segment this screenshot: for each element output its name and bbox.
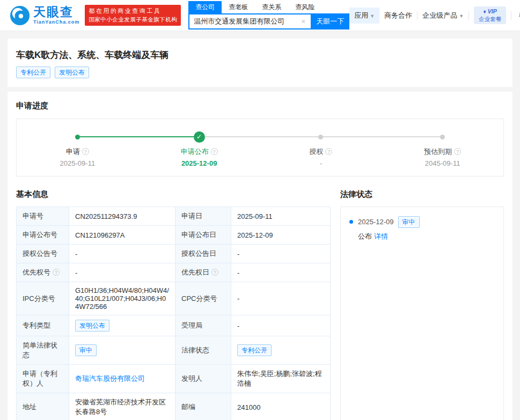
row-value: 2025-09-11 [237,212,273,220]
help-icon[interactable] [82,148,89,155]
main-content: 车载K歌方法、系统、车载终端及车辆 专利公开 发明公布 申请进度 申请 2025… [0,39,520,420]
nav-enterprise-products[interactable]: 企业级产品 [422,11,464,20]
row-value: - [75,250,77,258]
check-circle-icon [194,131,205,143]
row-label: 优先权日 [181,268,209,276]
vip-package-badge[interactable]: ♦ VIP 企业套餐 [474,6,506,24]
patent-detail-card: 申请进度 申请 2025-09-11 申请公布 2025-12-09 授权 [8,92,512,420]
notifications-bell[interactable] [517,10,520,21]
promo-banner: 都在用的商业查询工具 国家中小企业发展子基金旗下机构 [85,5,181,26]
vip-sublabel: 企业套餐 [479,16,501,22]
promo-line2: 国家中小企业发展子基金旗下机构 [89,16,177,24]
legal-status-item-tag: 审中 [398,216,420,228]
help-icon[interactable] [325,148,332,155]
step-dot-icon [318,135,323,139]
search-tab-boss[interactable]: 查老板 [222,1,255,13]
application-timeline: 申请 2025-09-11 申请公布 2025-12-09 授权 - 预估到期 … [16,119,504,176]
basic-info-section: 基本信息 申请号 CN202511294373.9 申请日 2025-09-11… [16,189,331,420]
applicant-link[interactable]: 奇瑞汽车股份有限公司 [75,374,145,382]
timeline-step-grant: 授权 - [260,131,382,167]
tag-invention-published: 发明公布 [55,67,89,78]
row-label: 申请号 [23,212,43,220]
step-date: - [260,159,382,167]
section-title-basic-info: 基本信息 [16,189,331,200]
row-value: CN121096297A [75,231,125,239]
step-label: 申请 [66,148,80,156]
top-nav: 应用 商务合作 企业级产品 ♦ VIP 企业套餐 此处有... [349,6,520,24]
row-label: 申请（专利权）人 [23,370,57,387]
row-label: 地址 [23,403,36,411]
row-label: 邮编 [181,403,195,411]
inventors-value: 朱伟华;吴臣;杨鹏;张碧波;程浩楠 [237,370,321,387]
vip-label: ♦ VIP [484,8,497,14]
search-input[interactable] [188,13,311,30]
timeline-step-expiry: 预估到期 2045-09-11 [382,131,503,167]
table-row: 简单法律状态 审中 法律状态 专利公开 [17,336,331,365]
step-label: 授权 [309,148,323,156]
patent-type-tag: 发明公布 [75,320,109,331]
table-row: 授权公告号 - 授权公告日 - [17,245,331,263]
row-label: 专利类型 [23,321,50,329]
step-date: 2025-09-11 [17,159,138,167]
table-row: 优先权号 - 优先权日 - [17,263,331,282]
help-icon[interactable] [454,148,461,155]
table-row: 专利类型 发明公布 受理局 - [17,315,331,336]
bullet-icon [349,220,353,224]
timeline-step-application: 申请 2025-09-11 [17,131,138,167]
search-tab-company[interactable]: 查公司 [188,1,222,13]
nav-cooperation[interactable]: 商务合作 [384,11,412,20]
promo-line1: 都在用的商业查询工具 [89,7,177,16]
row-value: - [237,250,239,258]
row-label: CPC分类号 [181,294,217,303]
help-icon[interactable] [211,148,218,155]
nav-apps[interactable]: 应用 [349,8,379,24]
divider [511,11,511,20]
row-label: IPC分类号 [23,294,55,303]
brand-name: 天眼查 [33,6,79,18]
search-tab-relation[interactable]: 查关系 [255,1,288,13]
patent-title-card: 车载K歌方法、系统、车载终端及车辆 专利公开 发明公布 [8,39,512,87]
table-row: 申请公布号 CN121096297A 申请公布日 2025-12-09 [17,226,331,245]
step-label: 预估到期 [424,148,452,156]
legal-status-section: 法律状态 2025-12-09审中 公布详情 [340,189,504,420]
row-label: 申请公布号 [23,231,57,239]
simple-legal-status-tag: 审中 [75,344,97,356]
tianyancha-logo-icon [10,5,30,26]
search-tab-risk[interactable]: 查风险 [288,1,321,13]
row-label: 申请日 [181,212,202,220]
help-icon[interactable] [211,269,218,276]
zipcode-value: 241000 [237,403,260,411]
legal-status-item: 2025-12-09审中 公布详情 [349,216,495,242]
address-value: 安徽省芜湖市经济技术开发区长春路8号 [75,398,166,416]
basic-info-table: 申请号 CN202511294373.9 申请日 2025-09-11 申请公布… [16,207,331,420]
search-button[interactable]: 天眼一下 [311,13,349,30]
legal-status-detail-link[interactable]: 详情 [374,232,388,240]
legal-status-tag: 专利公开 [237,344,272,356]
tianyancha-logo[interactable]: 天眼查 TianYanCha.com [10,5,79,26]
step-dot-icon [75,135,80,139]
chevron-down-icon [370,13,375,19]
section-title-legal-status: 法律状态 [340,189,504,200]
row-value: CN202511294373.9 [75,212,137,220]
row-value: G10H1/36;H04W4/80;H04W4/40;G10L21/007;H0… [75,286,169,311]
row-label: 授权公告日 [181,249,216,257]
search-block: 查公司 查老板 查关系 查风险 天眼一下 [188,1,349,30]
table-row: IPC分类号 G10H1/36;H04W4/80;H04W4/40;G10L21… [17,282,331,315]
row-value: 2025-12-09 [237,231,273,239]
clear-icon[interactable] [299,17,307,26]
step-dot-icon [440,135,445,139]
help-icon[interactable] [53,269,60,276]
search-tabs: 查公司 查老板 查关系 查风险 [188,1,349,13]
row-label: 简单法律状态 [23,341,57,359]
row-label: 法律状态 [181,346,209,354]
brand-domain: TianYanCha.com [33,19,79,25]
row-value: - [237,322,239,330]
divider [417,11,418,20]
row-value: - [75,269,77,277]
table-row: 申请（专利权）人 奇瑞汽车股份有限公司 发明人 朱伟华;吴臣;杨鹏;张碧波;程浩… [17,365,331,393]
legal-status-box: 2025-12-09审中 公布详情 [340,207,504,420]
row-label: 授权公告号 [23,249,57,257]
timeline-step-publication: 申请公布 2025-12-09 [138,131,260,167]
row-value: - [237,294,239,303]
divider [468,11,469,20]
